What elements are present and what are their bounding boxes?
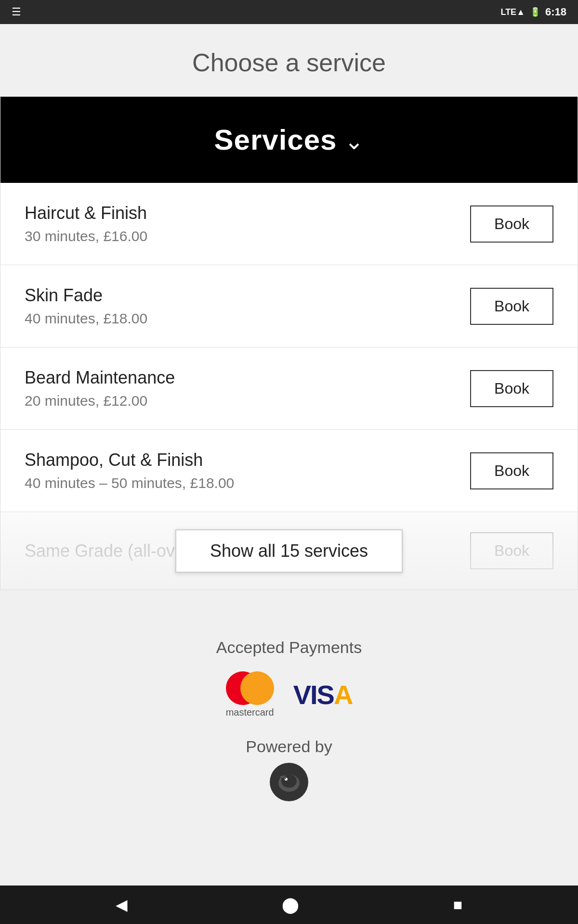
powered-by-logo	[270, 763, 308, 801]
service-details: 40 minutes, £18.00	[25, 310, 147, 327]
service-details: 40 minutes – 50 minutes, £18.00	[25, 475, 234, 491]
service-info: Shampoo, Cut & Finish 40 minutes – 50 mi…	[25, 450, 234, 491]
service-details: 20 minutes, £12.00	[25, 393, 175, 409]
page-title: Choose a service	[173, 24, 405, 96]
chevron-down-icon: ⌄	[344, 128, 364, 154]
services-container: Services ⌄ Haircut & Finish 30 minutes, …	[0, 96, 578, 590]
service-info: Skin Fade 40 minutes, £18.00	[25, 285, 147, 327]
bottom-nav-bar: ◀ ⬤ ■	[0, 886, 578, 924]
show-all-overlay: Show all 15 services	[0, 512, 578, 590]
mastercard-label: mastercard	[226, 707, 274, 718]
recents-button[interactable]: ■	[439, 891, 477, 919]
service-item: Beard Maintenance 20 minutes, £12.00 Boo…	[0, 347, 578, 430]
service-info: Beard Maintenance 20 minutes, £12.00	[25, 368, 175, 409]
service-item: Haircut & Finish 30 minutes, £16.00 Book	[0, 183, 578, 265]
payment-icons: mastercard VISA	[226, 671, 353, 718]
powered-by-section: Powered by	[246, 737, 332, 801]
status-left: ☰	[12, 6, 21, 18]
svg-point-3	[285, 778, 286, 779]
svg-point-2	[285, 778, 288, 781]
visa-a: A	[334, 680, 352, 710]
accepted-payments-title: Accepted Payments	[216, 638, 362, 657]
mastercard-icon: mastercard	[226, 671, 274, 718]
status-bar: ☰ LTE▲ 🔋 6:18	[0, 0, 578, 24]
back-button[interactable]: ◀	[101, 891, 142, 919]
service-details: 30 minutes, £16.00	[25, 228, 147, 244]
book-button-skinfade[interactable]: Book	[470, 288, 553, 325]
service-info: Haircut & Finish 30 minutes, £16.00	[25, 203, 147, 244]
time-display: 6:18	[545, 6, 566, 18]
show-all-container: Same Grade (all-over) Book Show all 15 s…	[0, 512, 578, 590]
service-name: Shampoo, Cut & Finish	[25, 450, 234, 470]
service-name: Haircut & Finish	[25, 203, 147, 223]
book-button-beard[interactable]: Book	[470, 370, 553, 407]
app-icon: ☰	[12, 6, 21, 18]
powered-by-logo-svg	[275, 768, 303, 796]
service-item: Skin Fade 40 minutes, £18.00 Book	[0, 265, 578, 347]
battery-icon: 🔋	[530, 7, 540, 17]
signal-icon: LTE▲	[500, 7, 525, 17]
book-button-shampoo[interactable]: Book	[470, 452, 553, 489]
book-button-haircut[interactable]: Book	[470, 205, 553, 243]
visa-icon: VISA	[293, 679, 353, 710]
service-item: Shampoo, Cut & Finish 40 minutes – 50 mi…	[0, 430, 578, 512]
powered-by-text: Powered by	[246, 737, 332, 756]
services-header-title: Services	[214, 123, 337, 156]
main-content: Choose a service Services ⌄ Haircut & Fi…	[0, 24, 578, 886]
services-header[interactable]: Services ⌄	[0, 97, 578, 183]
footer-area: Accepted Payments mastercard VISA Powere…	[0, 600, 578, 821]
service-name: Beard Maintenance	[25, 368, 175, 388]
service-name: Skin Fade	[25, 285, 147, 306]
mastercard-orange-circle	[240, 671, 274, 705]
status-right: LTE▲ 🔋 6:18	[500, 6, 566, 18]
home-button[interactable]: ⬤	[267, 891, 314, 919]
visa-text: VIS	[293, 680, 334, 710]
show-all-button[interactable]: Show all 15 services	[175, 529, 403, 573]
